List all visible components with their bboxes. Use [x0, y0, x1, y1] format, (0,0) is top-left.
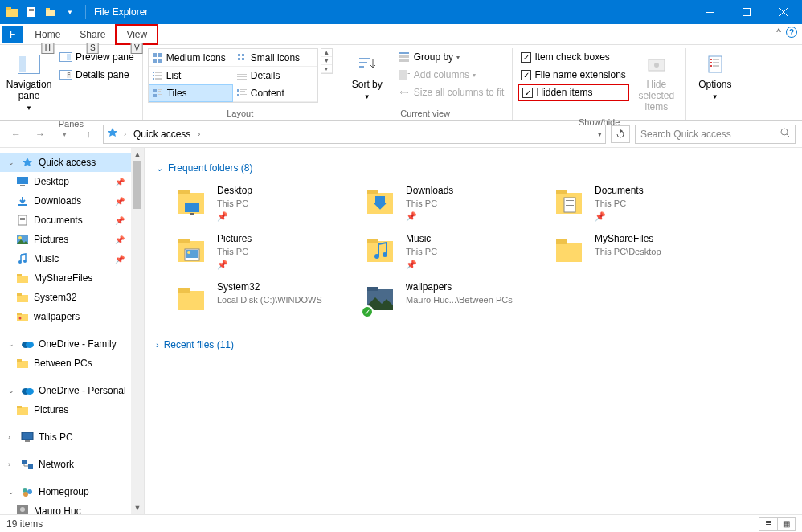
address-dropdown-icon[interactable]: ▾ [598, 130, 602, 138]
sidebar-item-thispc[interactable]: ›This PC [0, 428, 144, 447]
sidebar-item-onedrive-personal[interactable]: ⌄OneDrive - Personal [0, 381, 144, 400]
sidebar-item-quickaccess[interactable]: ⌄ Quick access [0, 153, 144, 172]
sizecolumns-button[interactable]: Size all columns to fit [395, 84, 508, 101]
up-button[interactable]: ↑ [79, 125, 98, 144]
svg-rect-14 [67, 54, 71, 60]
search-input[interactable]: Search Quick access [635, 125, 796, 144]
options-button[interactable]: Options▼ [691, 48, 739, 106]
addcolumns-button[interactable]: +Add columns ▾ [395, 66, 508, 84]
history-dropdown-icon[interactable]: ▾ [55, 125, 74, 144]
layout-tiles[interactable]: Tiles [149, 84, 233, 102]
file-tab[interactable]: F [2, 26, 23, 43]
sidebar-item-mysharefiles[interactable]: MyShareFiles [0, 268, 144, 288]
sidebar-item-onedrive-family[interactable]: ⌄OneDrive - Family [0, 334, 144, 354]
folder-tile[interactable]: MusicThis PC📌 [359, 230, 532, 273]
pin-icon: 📌 [595, 211, 644, 222]
chevron-right-icon[interactable]: › [121, 130, 129, 138]
sidebar-item-pictures[interactable]: Pictures📌 [0, 230, 144, 249]
frequent-folders-header[interactable]: ⌄ Frequent folders (8) [156, 162, 791, 174]
expand-icon[interactable]: ⌄ [8, 488, 16, 496]
folder-path: This PC [406, 246, 437, 257]
sidebar-item-od-pictures[interactable]: Pictures [0, 400, 144, 419]
sidebar-item-network[interactable]: ›Network [0, 455, 144, 474]
svg-rect-38 [158, 89, 162, 90]
sidebar-item-system32[interactable]: System32 [0, 288, 144, 307]
sidebar-item-wallpapers[interactable]: wallpapers [0, 307, 144, 326]
tiles-view-icon[interactable]: ▦ [777, 518, 795, 530]
pin-icon: 📌 [406, 211, 453, 222]
share-tab[interactable]: ShareS [70, 26, 115, 43]
folder-icon [16, 403, 29, 416]
expand-icon[interactable]: ⌄ [8, 387, 16, 395]
svg-rect-5 [46, 10, 55, 16]
layout-small-icons[interactable]: Small icons [233, 49, 317, 67]
ribbon-group-panes: Navigation pane ▼ Preview pane Details p… [0, 48, 143, 120]
minimize-button[interactable] [691, 0, 728, 24]
svg-rect-97 [28, 464, 33, 469]
maximize-button[interactable] [728, 0, 765, 24]
forward-button[interactable]: → [31, 125, 50, 144]
svg-point-99 [27, 489, 32, 494]
svg-rect-125 [556, 239, 567, 244]
sidebar-item-desktop[interactable]: Desktop📌 [0, 172, 144, 191]
svg-rect-3 [29, 9, 34, 10]
layout-details[interactable]: Details [233, 67, 317, 84]
home-tab[interactable]: HomeH [25, 26, 70, 43]
sidebar-scrollbar[interactable]: ▲▼ [131, 148, 144, 514]
sortby-button[interactable]: Sort by▼ [343, 48, 391, 106]
close-button[interactable] [765, 0, 802, 24]
ribbon-collapse-icon[interactable]: ^ [776, 27, 781, 38]
svg-rect-116 [178, 239, 190, 243]
item-icon [16, 194, 29, 207]
item-checkboxes-toggle[interactable]: ✓Item check boxes [518, 48, 628, 66]
sidebar-item-mauro[interactable]: Mauro Huc [0, 501, 144, 514]
navigation-pane-button[interactable]: Navigation pane ▼ [5, 48, 53, 117]
qat-dropdown-icon[interactable]: ▼ [61, 3, 79, 21]
view-tab[interactable]: ViewV [115, 24, 158, 45]
groupby-button[interactable]: Group by ▾ [395, 48, 508, 66]
hidden-items-toggle[interactable]: ✓Hidden items [518, 84, 628, 101]
folder-tile[interactable]: MyShareFilesThis PC\Desktop [548, 230, 721, 273]
svg-point-85 [19, 317, 22, 320]
chevron-right-icon[interactable]: › [8, 433, 16, 441]
layout-medium-icons[interactable]: Medium icons [149, 49, 233, 67]
help-icon[interactable]: ? [786, 27, 797, 38]
svg-rect-88 [17, 361, 28, 368]
folder-tile[interactable]: ✓wallpapersMauro Huc...\Between PCs [359, 278, 532, 320]
address-bar[interactable]: › Quick access › ▾ [103, 125, 606, 144]
folder-name: wallpapers [406, 281, 513, 293]
view-mode-toggle[interactable]: ≣ ▦ [759, 517, 796, 531]
expand-icon[interactable]: ⌄ [8, 158, 16, 166]
layout-list[interactable]: List [149, 67, 233, 84]
hide-selected-button[interactable]: Hide selected items [632, 48, 681, 116]
svg-rect-114 [566, 205, 574, 206]
sidebar-item-documents[interactable]: Documents📌 [0, 211, 144, 230]
svg-rect-30 [155, 75, 162, 76]
sidebar-item-between-pcs[interactable]: Between PCs [0, 354, 144, 373]
svg-rect-12 [19, 56, 26, 72]
qat-newfolder-icon[interactable] [42, 3, 59, 21]
folder-tile[interactable]: System32Local Disk (C:)\WINDOWS [170, 278, 343, 320]
sidebar-item-music[interactable]: Music📌 [0, 249, 144, 268]
back-button[interactable]: ← [6, 125, 26, 144]
folder-tile[interactable]: PicturesThis PC📌 [170, 230, 343, 273]
qat-properties-icon[interactable] [23, 3, 40, 21]
computer-icon [21, 431, 34, 444]
recent-files-header[interactable]: › Recent files (11) [156, 339, 791, 350]
folder-tile[interactable]: DownloadsThis PC📌 [359, 182, 532, 225]
layout-scroll[interactable]: ▲▼▾ [321, 48, 333, 74]
details-pane-button[interactable]: Details pane [56, 66, 137, 84]
folder-tile[interactable]: DesktopThis PC📌 [170, 182, 343, 225]
details-view-icon[interactable]: ≣ [759, 518, 777, 530]
layout-content[interactable]: Content [233, 84, 317, 102]
filename-ext-toggle[interactable]: ✓File name extensions [518, 66, 628, 84]
sidebar-item-downloads[interactable]: Downloads📌 [0, 191, 144, 211]
expand-icon[interactable]: ⌄ [8, 340, 16, 348]
sidebar-item-homegroup[interactable]: ⌄Homegroup [0, 482, 144, 501]
breadcrumb-quickaccess[interactable]: Quick access [132, 129, 192, 140]
chevron-right-icon[interactable]: › [195, 130, 203, 138]
refresh-button[interactable] [611, 125, 630, 143]
chevron-right-icon[interactable]: › [8, 460, 16, 469]
folder-tile[interactable]: DocumentsThis PC📌 [548, 182, 721, 225]
folder-name: MyShareFiles [595, 233, 661, 244]
